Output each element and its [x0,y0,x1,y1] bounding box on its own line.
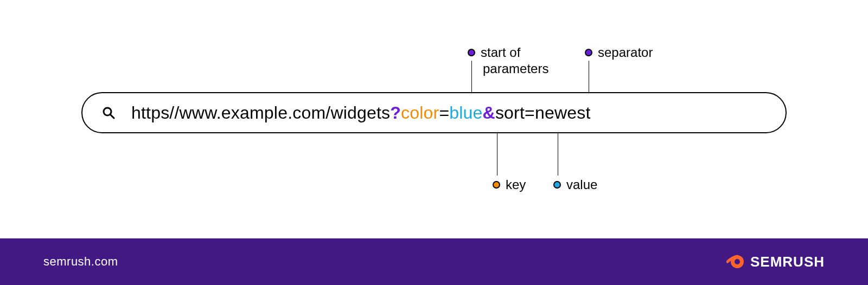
annotation-separator: separator [585,44,653,61]
annotation-text: start of [481,45,520,60]
annotation-text: key [506,177,526,192]
url-text: https//www.example.com/widgets ? color =… [131,103,591,123]
connector-line [497,133,497,176]
search-icon [102,106,115,119]
url-rest: sort=newest [495,103,591,123]
url-bar: https//www.example.com/widgets ? color =… [81,92,787,133]
connector-line [589,61,589,93]
annotation-value: value [553,177,597,193]
url-qmark: ? [390,103,401,123]
annotation-key: key [493,177,526,193]
footer: semrush.com SEMRUSH [0,238,868,285]
annotation-text: value [566,177,597,192]
url-amp: & [483,103,495,123]
dot-icon [585,49,592,56]
dot-icon [553,181,561,189]
flame-icon [726,252,745,271]
annotation-text: separator [598,45,653,60]
brand-word: SEMRUSH [750,254,825,270]
footer-site: semrush.com [43,255,118,269]
footer-brand: SEMRUSH [726,252,825,271]
url-value: blue [449,103,482,123]
url-key: color [401,103,439,123]
connector-line [558,133,558,176]
connector-line [471,61,472,93]
annotation-text: parameters [483,61,548,76]
dot-icon [468,49,475,56]
diagram-canvas: start of parameters separator https//www… [0,0,868,285]
dot-icon [493,181,500,189]
url-base: https//www.example.com/widgets [131,103,390,123]
svg-line-1 [110,114,114,118]
url-equals: = [439,103,449,123]
annotation-start-of-parameters: start of parameters [468,44,548,77]
svg-point-3 [735,259,740,264]
